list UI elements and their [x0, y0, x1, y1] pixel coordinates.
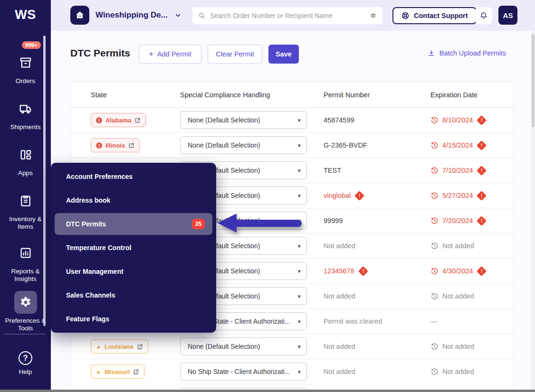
- alert-diamond-icon: !: [476, 266, 486, 276]
- batch-upload-permits-link[interactable]: Batch Upload Permits: [428, 49, 506, 57]
- apps-icon: [14, 143, 37, 166]
- menu-item-user-management[interactable]: User Management: [51, 260, 216, 283]
- chevron-down-icon: ▾: [297, 268, 301, 275]
- avatar[interactable]: AS: [498, 6, 517, 25]
- expiration-date: 7/20/2024: [442, 217, 473, 224]
- search-settings-gear-icon[interactable]: [370, 12, 377, 19]
- chevron-down-icon[interactable]: [174, 12, 182, 21]
- external-link-icon: [137, 344, 143, 350]
- download-icon: [428, 49, 435, 57]
- clear-permit-button[interactable]: Clear Permit: [208, 45, 262, 64]
- menu-item-account-preferences[interactable]: Account Preferences: [51, 165, 216, 188]
- expiration-date: Not added: [442, 368, 474, 375]
- page-title: DTC Permits: [70, 47, 130, 59]
- alert-diamond-icon: !: [476, 190, 486, 200]
- chevron-down-icon: ▾: [297, 167, 301, 174]
- permit-number: 12345678: [324, 267, 354, 275]
- permit-number: Permit was cleared: [324, 317, 382, 325]
- bar-chart-icon: [14, 242, 37, 264]
- chevron-down-icon: ▾: [297, 243, 301, 250]
- gear-icon: [14, 291, 37, 314]
- permit-number: TEST: [324, 167, 341, 174]
- menu-item-feature-flags[interactable]: Feature Flags: [51, 307, 216, 331]
- state-name: Missouri: [105, 368, 130, 375]
- state-status-icon: !: [96, 117, 102, 123]
- permit-number: G-2365-BVDF: [324, 141, 367, 149]
- permit-number: Not added: [324, 343, 355, 350]
- alert-diamond-icon: !: [476, 140, 486, 150]
- search-input[interactable]: [210, 12, 365, 19]
- sidebar-divider: [4, 334, 46, 335]
- bell-icon: [479, 11, 488, 20]
- app-logo: WS: [0, 8, 51, 22]
- expiration-date: 5/27/2024: [442, 192, 473, 199]
- history-clock-icon: [430, 292, 439, 300]
- orders-count-badge: 999+: [22, 41, 41, 49]
- compliance-value: None (Default Selection): [188, 343, 295, 350]
- notifications-button[interactable]: [475, 7, 492, 24]
- count-badge: 35: [192, 219, 205, 229]
- sidebar-scrollbar[interactable]: [43, 36, 46, 326]
- save-button[interactable]: Save: [268, 45, 299, 64]
- chevron-down-icon: ▾: [297, 192, 301, 199]
- menu-item-sales-channels[interactable]: Sales Channels: [51, 283, 216, 307]
- alert-diamond-icon: !: [358, 266, 368, 276]
- table-row: ▲ Missouri No Ship State - Client Author…: [71, 359, 513, 384]
- expiration-date: 8/10/2024: [442, 116, 473, 124]
- table-row: ▲ Louisiana None (Default Selection) ▾ N…: [71, 334, 513, 359]
- top-header: Wineshipping De... Contact Support AS: [51, 0, 535, 31]
- arrow-head: [218, 214, 237, 233]
- expiration-date: 7/10/2024: [442, 167, 473, 174]
- expiration-date: 4/15/2024: [442, 141, 473, 149]
- external-link-icon: [128, 142, 134, 149]
- state-chip[interactable]: ! Illinois: [91, 138, 140, 152]
- history-clock-icon: [430, 368, 439, 376]
- history-clock-icon: [430, 167, 439, 175]
- external-link-icon: [133, 369, 139, 375]
- compliance-select[interactable]: No Ship State - Client Authorizati... ▾: [180, 363, 307, 381]
- org-switcher[interactable]: Wineshipping De...: [96, 10, 168, 20]
- state-status-icon: ▲: [96, 344, 101, 349]
- menu-item-dtc-permits[interactable]: DTC Permits 35: [55, 213, 212, 235]
- truck-icon: [14, 97, 37, 120]
- add-permit-button[interactable]: + Add Permit: [139, 45, 201, 64]
- state-chip[interactable]: ▲ Missouri: [91, 364, 144, 379]
- permit-number: Not added: [324, 292, 355, 300]
- table-header: State Special Compliance Handling Permit…: [71, 82, 513, 108]
- preferences-tools-menu: Account Preferences Address book DTC Per…: [51, 163, 216, 333]
- expiration-date: —: [430, 317, 438, 325]
- history-clock-icon: [430, 343, 439, 351]
- expiration-date: Not added: [442, 343, 474, 350]
- alert-diamond-icon: !: [354, 190, 364, 200]
- home-button[interactable]: [70, 6, 89, 25]
- compliance-value: No Ship State - Client Authorizati...: [188, 368, 295, 375]
- compliance-select[interactable]: None (Default Selection) ▾: [180, 136, 307, 154]
- compliance-select[interactable]: None (Default Selection) ▾: [180, 337, 307, 355]
- state-chip[interactable]: ▲ Louisiana: [91, 339, 148, 354]
- column-header-permit-number: Permit Number: [324, 91, 430, 99]
- home-icon: [75, 10, 85, 20]
- column-header-expiration-date: Expiration Date: [430, 91, 513, 99]
- state-chip[interactable]: ! Alabama: [91, 113, 146, 127]
- chevron-down-icon: ▾: [297, 318, 301, 325]
- global-search: [192, 7, 382, 24]
- pointer-arrow: [218, 214, 302, 233]
- page-scrollbar-thumb[interactable]: [532, 34, 535, 127]
- menu-item-temperature-control[interactable]: Temperature Control: [51, 236, 216, 260]
- state-name: Alabama: [105, 117, 131, 124]
- permit-number: 99999: [324, 217, 343, 224]
- box-icon: [14, 51, 37, 74]
- permit-number: Not added: [324, 242, 355, 250]
- search-icon: [198, 12, 206, 19]
- menu-item-address-book[interactable]: Address book: [51, 188, 216, 212]
- state-name: Illinois: [105, 142, 125, 149]
- alert-diamond-icon: !: [476, 215, 486, 225]
- history-clock-icon: [430, 217, 439, 225]
- help-icon: ?: [19, 351, 32, 365]
- permit-number: Not added: [324, 368, 355, 375]
- contact-support-button[interactable]: Contact Support: [392, 7, 477, 24]
- sidebar-item-help[interactable]: ? Help: [0, 351, 51, 376]
- expiration-date: Not added: [442, 242, 474, 250]
- compliance-select[interactable]: None (Default Selection) ▾: [180, 111, 307, 129]
- permit-number: vinglobal: [324, 192, 351, 199]
